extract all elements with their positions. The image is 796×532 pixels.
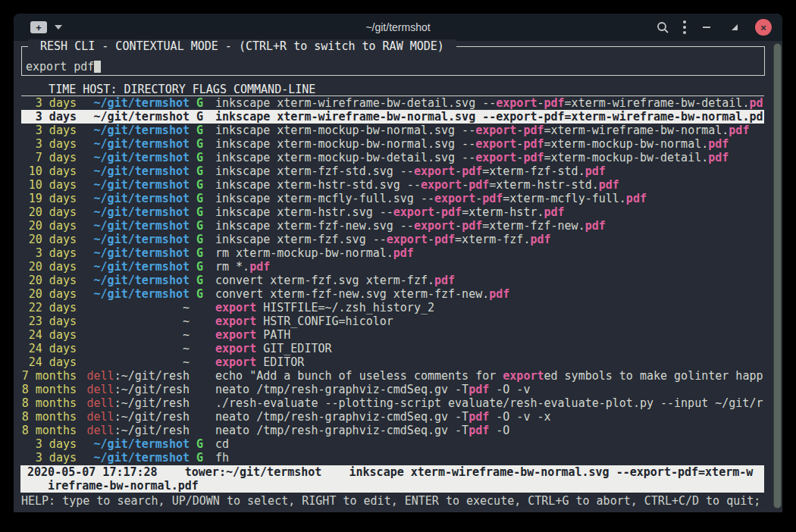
history-row[interactable]: 8 monthsdell:~/git/reshneato /tmp/resh-g…	[21, 424, 764, 437]
directory-label: ~/git/termshot	[94, 96, 190, 110]
command-line: convert xterm-fzf-new.svg xterm-fzf-new.…	[215, 287, 764, 301]
plus-icon: +	[36, 23, 42, 33]
directory-label: :~/git/resh	[114, 424, 190, 437]
history-row[interactable]: 20 days~/git/termshotGconvert xterm-fzf.…	[21, 274, 764, 287]
directory-label: :~/git/resh	[114, 410, 190, 424]
menu-button[interactable]	[683, 20, 686, 34]
directory-label: ~/git/termshot	[94, 274, 190, 287]
history-row[interactable]: 23 days~export HSTR_CONFIG=hicolor	[21, 315, 764, 328]
host-label: dell	[87, 396, 114, 410]
history-row[interactable]: 3 days~/git/termshotGinkscape xterm-mock…	[21, 124, 764, 137]
history-row[interactable]: 8 monthsdell:~/git/reshneato /tmp/resh-g…	[21, 410, 764, 424]
history-row[interactable]: 19 days~/git/termshotGinkscape xterm-mcf…	[21, 192, 764, 205]
scrollbar-thumb[interactable]	[773, 43, 782, 509]
command-line: inkscape xterm-mockup-bw-normal.svg --ex…	[215, 137, 764, 151]
git-flag: G	[190, 124, 215, 137]
git-flag	[190, 396, 215, 410]
git-flag: G	[190, 96, 215, 110]
git-flag: G	[190, 164, 215, 178]
history-row[interactable]: 3 days~/git/termshotGcd	[21, 437, 764, 451]
directory-label: ~/git/termshot	[94, 192, 190, 205]
column-header: TIME HOST: DIRECTORY FLAGS COMMAND-LINE	[21, 83, 764, 96]
terminal-content: RESH CLI - CONTEXTUAL MODE - (CTRL+R to …	[14, 41, 782, 512]
directory-label: :~/git/resh	[114, 369, 190, 383]
git-flag: G	[190, 137, 215, 151]
git-flag: G	[190, 205, 215, 219]
history-row[interactable]: 3 days~/git/termshotGfh	[21, 451, 764, 465]
command-line: inkscape xterm-mockup-bw-detail.svg --ex…	[215, 151, 764, 164]
history-row[interactable]: 24 days~export PATH	[21, 328, 764, 342]
window-title: ~/git/termshot	[365, 20, 430, 34]
command-line: export HSTR_CONFIG=hicolor	[215, 315, 764, 328]
command-line: inkscape xterm-hstr.svg --export-pdf=xte…	[215, 205, 764, 219]
git-flag: G	[190, 192, 215, 205]
git-flag: G	[190, 274, 215, 287]
command-line: fh	[215, 451, 764, 465]
history-row[interactable]: 20 days~/git/termshotGrm *.pdf	[21, 260, 764, 274]
git-flag	[190, 369, 215, 383]
git-flag	[190, 301, 215, 315]
git-flag	[190, 383, 215, 396]
history-row[interactable]: 7 monthsdell:~/git/reshecho "Add a bunch…	[21, 369, 764, 383]
close-button[interactable]: ×	[755, 19, 772, 36]
command-line: neato /tmp/resh-graphviz-cmdSeq.gv -Tpdf…	[215, 383, 764, 396]
command-line: convert xterm-fzf.svg xterm-fzf.pdf	[215, 274, 764, 287]
directory-label: ~/git/termshot	[94, 233, 190, 246]
directory-label: ~/git/termshot	[94, 451, 190, 465]
history-row[interactable]: 7 days~/git/termshotGinkscape xterm-mock…	[21, 151, 764, 164]
minimize-button[interactable]	[703, 27, 710, 28]
resh-mode-title: RESH CLI - CONTEXTUAL MODE - (CTRL+R to …	[28, 39, 456, 53]
command-line: neato /tmp/resh-graphviz-cmdSeq.gv -Tpdf…	[215, 424, 764, 437]
history-row[interactable]: 20 days~/git/termshotGconvert xterm-fzf-…	[21, 287, 764, 301]
command-line: inkscape xterm-mcfly-full.svg --export-p…	[215, 192, 764, 205]
history-row[interactable]: 8 monthsdell:~/git/reshneato /tmp/resh-g…	[21, 383, 764, 396]
git-flag	[190, 424, 215, 437]
directory-label: :~/git/resh	[114, 396, 190, 410]
git-flag	[190, 410, 215, 424]
new-tab-button[interactable]: +	[30, 21, 47, 33]
directory-label: ~/git/termshot	[94, 205, 190, 219]
git-flag: G	[190, 151, 215, 164]
command-line: export PATH	[215, 328, 764, 342]
history-row[interactable]: 20 days~/git/termshotGinkscape xterm-hst…	[21, 205, 764, 219]
history-row[interactable]: 3 days~/git/termshotGinkscape xterm-wire…	[21, 96, 764, 110]
history-row[interactable]: 20 days~/git/termshotGinkscape xterm-fzf…	[21, 219, 764, 233]
directory-label: ~/git/termshot	[94, 437, 190, 451]
directory-label: ~/git/termshot	[94, 178, 190, 192]
directory-label: ~/git/termshot	[94, 246, 190, 260]
history-row[interactable]: 10 days~/git/termshotGinkscape xterm-fzf…	[21, 164, 764, 178]
search-icon	[657, 21, 669, 34]
history-row[interactable]: 10 days~/git/termshotGinkscape xterm-hst…	[21, 178, 764, 192]
directory-label: ~	[183, 342, 190, 355]
status-bar: 2020-05-07 17:17:28 tower:~/git/termshot…	[20, 465, 764, 493]
directory-label: ~/git/termshot	[94, 110, 190, 124]
git-flag	[190, 328, 215, 342]
directory-label: ~	[183, 315, 190, 328]
directory-label: ~/git/termshot	[94, 260, 190, 274]
history-row[interactable]: 20 days~/git/termshotGinkscape xterm-fzf…	[21, 233, 764, 246]
search-input[interactable]: export pdf	[26, 60, 101, 74]
history-row[interactable]: 24 days~export GIT_EDITOR	[21, 342, 764, 355]
history-row[interactable]: 24 days~export EDITOR	[21, 355, 764, 369]
history-row[interactable]: 3 days~/git/termshotGrm xterm-mockup-bw-…	[21, 246, 764, 260]
directory-label: ~	[183, 355, 190, 369]
directory-label: :~/git/resh	[114, 383, 190, 396]
command-line: rm xterm-mockup-bw-normal.pdf	[215, 246, 764, 260]
command-line: export HISTFILE=~/.zsh_history_2	[215, 301, 764, 315]
history-row[interactable]: 8 monthsdell:~/git/resh./resh-evaluate -…	[21, 396, 764, 410]
history-row[interactable]: 22 days~export HISTFILE=~/.zsh_history_2	[21, 301, 764, 315]
tab-selector-caret-icon[interactable]	[55, 25, 62, 30]
directory-label: ~/git/termshot	[94, 287, 190, 301]
restore-button[interactable]	[730, 20, 738, 34]
command-line: inkscape xterm-hstr-std.svg --export-pdf…	[215, 178, 764, 192]
git-flag: G	[190, 219, 215, 233]
directory-label: ~/git/termshot	[94, 124, 190, 137]
search-button[interactable]	[651, 16, 674, 39]
history-row[interactable]: 3 days~/git/termshotGinkscape xterm-wire…	[21, 110, 764, 124]
status-line-1: 2020-05-07 17:17:28 tower:~/git/termshot…	[20, 465, 764, 479]
command-line: ./resh-evaluate --plotting-script evalua…	[215, 396, 764, 410]
command-line: inkscape xterm-fzf-std.svg --export-pdf=…	[215, 164, 764, 178]
history-row[interactable]: 3 days~/git/termshotGinkscape xterm-mock…	[21, 137, 764, 151]
git-flag	[190, 355, 215, 369]
search-query-text: export pdf	[26, 60, 94, 74]
